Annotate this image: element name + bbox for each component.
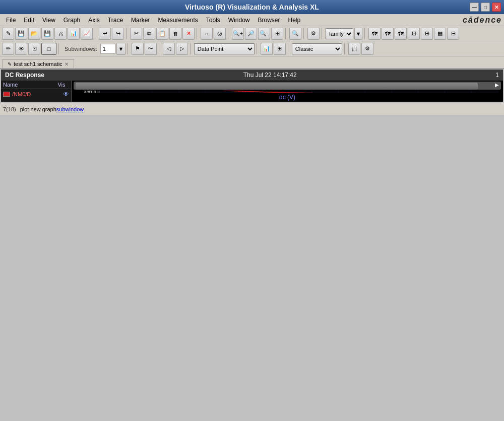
tb-map1[interactable]: 🗺 <box>368 28 381 40</box>
sep2-1 <box>58 43 60 54</box>
data-point-select[interactable]: Data Point <box>194 43 255 54</box>
tb-map3[interactable]: 🗺 <box>395 28 407 40</box>
sep-2 <box>126 28 128 39</box>
subwindows-label: Subwindows: <box>62 46 99 52</box>
x-axis-label: dc (V) <box>72 93 503 102</box>
zoom-in-button[interactable]: 🔍+ <box>232 28 244 40</box>
tb2-export[interactable]: ⬚ <box>348 43 360 55</box>
legend-item-nm0d: /NM0/D 👁 <box>1 89 71 99</box>
maximize-button[interactable]: □ <box>481 3 490 12</box>
tb-map2[interactable]: 🗺 <box>382 28 394 40</box>
graph-index: 1 <box>495 72 499 79</box>
menu-edit[interactable]: Edit <box>20 16 38 25</box>
scroll-handle[interactable] <box>76 83 478 90</box>
tb-btn-a3[interactable]: ▦ <box>434 28 446 40</box>
graph-panel: DC Response Thu Jul 22 14:17:42 1 Name V… <box>1 69 503 102</box>
subwindows-input[interactable] <box>100 44 115 54</box>
graph-header: DC Response Thu Jul 22 14:17:42 1 <box>1 69 503 81</box>
tb-btn-x[interactable]: ✕ <box>182 28 195 40</box>
eye-icon[interactable]: 👁 <box>63 91 69 98</box>
legend-color-nm0d <box>3 92 10 97</box>
sep2-5 <box>257 43 259 54</box>
classic-select[interactable]: Classic <box>292 43 342 54</box>
family-expand[interactable]: ▼ <box>354 28 362 40</box>
sep-3 <box>197 28 199 39</box>
status-link-subwindow[interactable]: subwindow <box>56 106 84 112</box>
sep2-6 <box>288 43 290 54</box>
tab-close-button[interactable]: ✕ <box>65 61 69 67</box>
chart-area <box>72 91 503 93</box>
menu-help[interactable]: Help <box>284 16 305 25</box>
tb2-settings[interactable]: ⚙ <box>361 43 373 55</box>
tb-grid[interactable]: ⊟ <box>447 28 459 40</box>
tb2-btn1[interactable]: ✏ <box>2 43 14 55</box>
open-button[interactable]: 📂 <box>28 28 40 40</box>
new-button[interactable]: ✎ <box>2 28 14 40</box>
tb-btn-circ1[interactable]: ○ <box>201 28 213 40</box>
sep2-2 <box>128 43 130 54</box>
tb-btn-search[interactable]: 🔍 <box>289 28 301 40</box>
legend-name-header: Name <box>3 82 54 88</box>
scrollbar[interactable]: ▶ <box>74 82 501 90</box>
sep-7 <box>322 28 324 39</box>
family-select[interactable]: family <box>326 28 353 39</box>
undo-button[interactable]: ↩ <box>99 28 111 40</box>
tb2-bar[interactable]: 📊 <box>261 43 273 55</box>
menu-file[interactable]: File <box>2 16 20 25</box>
cadence-logo: cādence <box>463 16 502 25</box>
tb2-btn3[interactable]: ⊡ <box>28 43 40 55</box>
legend-waveform-label: /NM0/D <box>12 91 61 97</box>
save-button[interactable]: 💾 <box>41 28 53 40</box>
tb-btn-6[interactable]: 📊 <box>68 28 80 40</box>
waveform-area: Name Vis /NM0/D 👁 ▶ dc (V) <box>1 81 503 102</box>
menu-window[interactable]: Window <box>224 16 254 25</box>
menu-browser[interactable]: Browser <box>254 16 284 25</box>
zoom-fit-button[interactable]: ⊞ <box>271 28 283 40</box>
legend-panel: Name Vis /NM0/D 👁 <box>1 81 72 102</box>
menu-measurements[interactable]: Measurements <box>154 16 202 25</box>
tb2-btn4[interactable]: □ <box>41 43 56 55</box>
redo-button[interactable]: ↪ <box>112 28 124 40</box>
tb2-btn2[interactable]: 👁 <box>15 43 27 55</box>
tb-btn-props[interactable]: ⚙ <box>307 28 320 40</box>
minimize-button[interactable]: — <box>470 3 479 12</box>
tb2-wave[interactable]: 〜 <box>145 43 157 55</box>
tb2-flag[interactable]: ⚑ <box>132 43 144 55</box>
tb-btn-a2[interactable]: ⊞ <box>421 28 433 40</box>
tb2-arrow-l[interactable]: ◁ <box>163 43 175 55</box>
graph-timestamp: Thu Jul 22 14:17:42 <box>243 72 297 79</box>
zoom-in2-button[interactable]: 🔎 <box>245 28 257 40</box>
tb-btn-paste[interactable]: 📋 <box>156 28 168 40</box>
tab-bar: ✎ test sch1 schematic ✕ <box>0 56 504 68</box>
subwindows-expand[interactable]: ▼ <box>116 43 125 55</box>
tb-btn-del[interactable]: 🗑 <box>169 28 181 40</box>
sep-8 <box>364 28 366 39</box>
tb-btn-7[interactable]: 📈 <box>81 28 93 40</box>
menu-tools[interactable]: Tools <box>202 16 224 25</box>
tb-btn-2[interactable]: 💾 <box>15 28 27 40</box>
status-count: 7(18) <box>3 106 16 112</box>
menu-trace[interactable]: Trace <box>104 16 127 25</box>
tb-btn-circ2[interactable]: ◎ <box>214 28 226 40</box>
sep-1 <box>95 28 97 39</box>
menu-bar: File Edit View Graph Axis Trace Marker M… <box>0 14 504 26</box>
zoom-out-button[interactable]: 🔍- <box>258 28 270 40</box>
sep-4 <box>228 28 230 39</box>
menu-view[interactable]: View <box>38 16 59 25</box>
sep2-7 <box>344 43 346 54</box>
tb-btn-a1[interactable]: ⊡ <box>408 28 420 40</box>
print-button[interactable]: 🖨 <box>54 28 67 40</box>
menu-graph[interactable]: Graph <box>59 16 84 25</box>
cut-button[interactable]: ✂ <box>130 28 142 40</box>
schematic-tab[interactable]: ✎ test sch1 schematic ✕ <box>2 59 74 68</box>
close-button[interactable]: ✕ <box>492 3 501 12</box>
tb-btn-copy[interactable]: ⧉ <box>143 28 155 40</box>
tb2-arrow-r[interactable]: ▷ <box>176 43 188 55</box>
sep-6 <box>303 28 305 39</box>
menu-marker[interactable]: Marker <box>127 16 154 25</box>
scroll-right-arrow[interactable]: ▶ <box>495 82 499 88</box>
status-bar: 7(18) plot new graph subwindow <box>0 103 504 115</box>
menu-axis[interactable]: Axis <box>84 16 104 25</box>
tb2-table[interactable]: ⊞ <box>274 43 286 55</box>
toolbar-2: ✏ 👁 ⊡ □ Subwindows: ▼ ⚑ 〜 ◁ ▷ Data Point… <box>0 41 504 56</box>
